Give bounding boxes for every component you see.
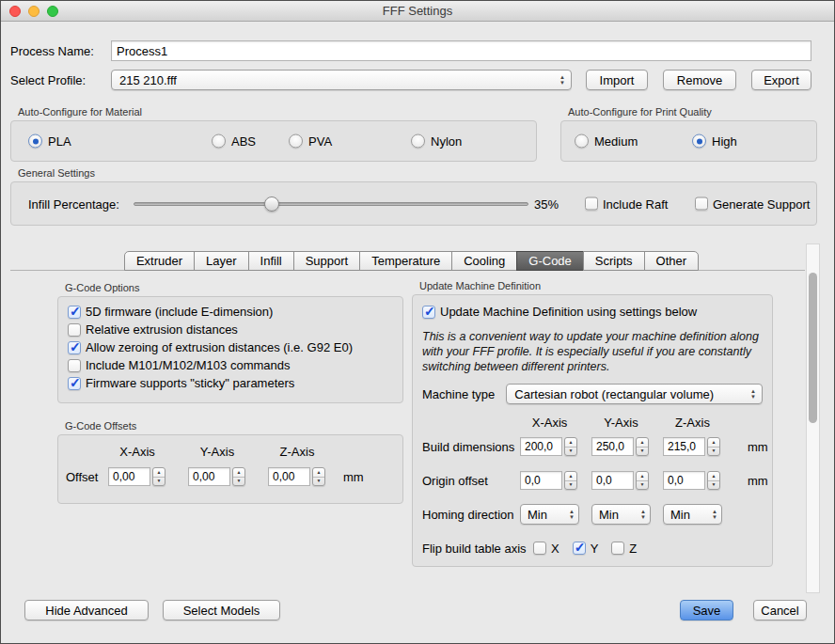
offset-x-value[interactable]: 0,00 [108,467,150,486]
checkbox-icon[interactable] [695,197,708,211]
stepper-up-icon[interactable]: ▲ [313,468,324,478]
radio-icon[interactable] [411,134,425,149]
tab-support[interactable]: Support [293,251,361,271]
radio-pva[interactable]: PVA [289,134,332,149]
tab-infill[interactable]: Infill [248,251,294,271]
origin-x-value[interactable]: 0,0 [520,471,562,490]
vertical-scrollbar[interactable] [806,243,820,593]
tab-layer[interactable]: Layer [194,251,249,271]
hide-advanced-button[interactable]: Hide Advanced [24,600,149,620]
flip-x-checkbox[interactable]: X [533,542,559,556]
tab-other[interactable]: Other [644,251,700,271]
machine-type-dropdown[interactable]: Cartesian robot (rectangular volume) ▲▼ [506,384,763,404]
tab-temperature[interactable]: Temperature [359,251,452,271]
stepper[interactable]: ▲ ▼ [636,471,649,490]
radio-icon[interactable] [692,134,706,149]
checkbox-icon[interactable] [68,306,81,319]
update-machine-definition-checkbox[interactable]: Update Machine Definition using settings… [422,305,697,319]
stepper[interactable]: ▲ ▼ [707,437,720,456]
tab-extruder[interactable]: Extruder [124,251,195,271]
homing-y-dropdown[interactable]: Min ▲▼ [591,504,651,525]
stepper[interactable]: ▲ ▼ [312,467,325,486]
stepper-up-icon[interactable]: ▲ [565,438,576,448]
stepper[interactable]: ▲ ▼ [152,467,165,486]
build-y-value[interactable]: 250,0 [591,437,634,456]
homing-x-dropdown[interactable]: Min ▲▼ [520,504,579,525]
checkbox-icon[interactable] [611,542,624,555]
checkbox-icon[interactable] [573,542,586,555]
radio-medium[interactable]: Medium [575,134,638,149]
stepper-down-icon[interactable]: ▼ [565,448,576,456]
radio-icon[interactable] [212,134,226,149]
checkbox-include-m101[interactable]: Include M101/M102/M103 commands [68,358,393,372]
origin-z-value[interactable]: 0,0 [663,471,705,490]
offset-y-value[interactable]: 0,00 [188,467,230,486]
stepper[interactable]: ▲ ▼ [564,471,577,490]
offset-x-spinner[interactable]: 0,00 ▲ ▼ [108,467,165,486]
offset-z-spinner[interactable]: 0,00 ▲ ▼ [268,467,325,486]
export-button[interactable]: Export [751,70,811,90]
radio-high[interactable]: High [692,134,737,149]
radio-nylon[interactable]: Nylon [411,134,462,149]
build-z-spinner[interactable]: 215,0 ▲ ▼ [663,437,720,456]
stepper-up-icon[interactable]: ▲ [637,438,648,448]
profile-dropdown[interactable]: 215 210.fff ▲▼ [111,70,572,90]
slider-track[interactable] [134,202,528,206]
stepper-down-icon[interactable]: ▼ [153,478,165,486]
build-z-value[interactable]: 215,0 [663,437,705,456]
stepper-up-icon[interactable]: ▲ [233,468,244,478]
remove-button[interactable]: Remove [663,70,736,90]
stepper-up-icon[interactable]: ▲ [637,472,648,481]
flip-z-checkbox[interactable]: Z [611,542,637,556]
checkbox-icon[interactable] [68,377,81,390]
checkbox-icon[interactable] [68,359,81,372]
stepper-up-icon[interactable]: ▲ [565,472,576,481]
checkbox-relative-extrusion[interactable]: Relative extrusion distances [68,322,393,337]
build-y-spinner[interactable]: 250,0 ▲ ▼ [591,437,649,456]
tab-gcode[interactable]: G-Code [516,251,584,271]
radio-abs[interactable]: ABS [212,134,256,149]
build-x-spinner[interactable]: 200,0 ▲ ▼ [520,437,577,456]
stepper-down-icon[interactable]: ▼ [637,481,648,490]
stepper-down-icon[interactable]: ▼ [233,478,244,486]
checkbox-icon[interactable] [585,197,598,211]
radio-pla[interactable]: PLA [28,134,71,149]
origin-x-spinner[interactable]: 0,0 ▲ ▼ [520,471,577,490]
checkbox-icon[interactable] [422,306,435,319]
stepper-down-icon[interactable]: ▼ [565,481,576,490]
stepper-down-icon[interactable]: ▼ [708,481,719,490]
stepper-up-icon[interactable]: ▲ [708,438,719,448]
offset-y-spinner[interactable]: 0,00 ▲ ▼ [188,467,245,486]
checkbox-icon[interactable] [68,341,81,354]
offset-z-value[interactable]: 0,00 [268,467,310,486]
process-name-input[interactable] [111,40,811,61]
stepper[interactable]: ▲ ▼ [707,471,720,490]
origin-y-spinner[interactable]: 0,0 ▲ ▼ [591,471,649,490]
stepper[interactable]: ▲ ▼ [232,467,245,486]
origin-z-spinner[interactable]: 0,0 ▲ ▼ [663,471,720,490]
checkbox-icon[interactable] [533,542,546,555]
import-button[interactable]: Import [586,70,648,90]
stepper[interactable]: ▲ ▼ [564,437,577,456]
stepper-down-icon[interactable]: ▼ [313,478,324,486]
build-x-value[interactable]: 200,0 [520,437,562,456]
select-models-button[interactable]: Select Models [163,600,280,620]
radio-icon[interactable] [28,134,42,149]
stepper-down-icon[interactable]: ▼ [708,448,719,456]
radio-icon[interactable] [289,134,303,149]
radio-icon[interactable] [575,134,589,149]
flip-y-checkbox[interactable]: Y [573,542,599,556]
infill-slider[interactable] [134,182,528,225]
tab-scripts[interactable]: Scripts [583,251,645,271]
save-button[interactable]: Save [680,600,733,620]
stepper-down-icon[interactable]: ▼ [637,448,648,456]
scrollbar-thumb[interactable] [809,273,817,423]
include-raft-checkbox[interactable]: Include Raft [585,196,668,211]
checkbox-icon[interactable] [68,323,81,337]
checkbox-allow-zeroing[interactable]: Allow zeroing of extrusion distances (i.… [68,340,393,354]
cancel-button[interactable]: Cancel [753,600,807,620]
stepper-up-icon[interactable]: ▲ [708,472,719,481]
origin-y-value[interactable]: 0,0 [591,471,634,490]
stepper-up-icon[interactable]: ▲ [153,468,165,478]
checkbox-sticky-parameters[interactable]: Firmware supports "sticky" parameters [68,376,393,390]
